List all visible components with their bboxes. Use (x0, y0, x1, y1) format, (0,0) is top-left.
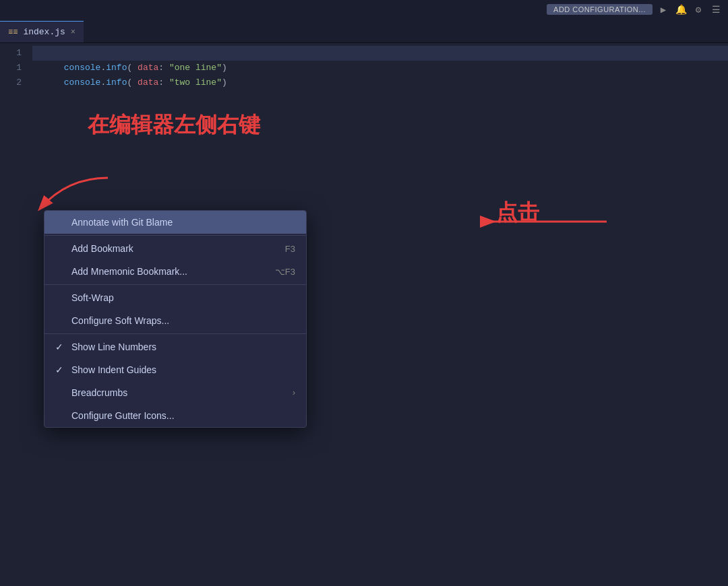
menu-item-annotate-git-blame[interactable]: Annotate with Git Blame (44, 211, 306, 234)
divider-3 (44, 333, 306, 334)
chevron-breadcrumbs-icon: › (293, 388, 295, 397)
label-show-line-numbers: Show Line Numbers (71, 341, 156, 352)
divider-2 (44, 284, 306, 285)
label-annotate-git-blame: Annotate with Git Blame (71, 217, 173, 228)
label-configure-soft-wraps: Configure Soft Wraps... (71, 315, 169, 326)
add-configuration-button[interactable]: ADD CONFIGURATION... (547, 4, 653, 15)
line-number-3: 2 (0, 75, 22, 90)
menu-item-breadcrumbs[interactable]: Breadcrumbs › (44, 381, 306, 404)
menu-icon[interactable]: ☰ (709, 3, 723, 16)
tab-file-icon: ≡≡ (8, 28, 18, 37)
check-show-indent-guides: ✓ (55, 364, 66, 375)
shortcut-add-bookmark: F3 (285, 244, 295, 254)
label-configure-gutter-icons: Configure Gutter Icons... (71, 410, 175, 421)
label-add-bookmark: Add Bookmark (71, 243, 133, 254)
menu-item-show-indent-guides[interactable]: ✓ Show Indent Guides (44, 358, 306, 381)
tab-close-button[interactable]: × (71, 28, 75, 37)
tab-bar: ≡≡ index.js × (0, 19, 728, 43)
line-number-1: 1 (0, 46, 22, 61)
divider-1 (44, 235, 306, 236)
play-icon[interactable]: ▶ (657, 3, 670, 16)
check-configure-soft-wraps (55, 315, 66, 326)
shortcut-mnemonic: ⌥F3 (275, 267, 295, 277)
menu-item-configure-gutter-icons[interactable]: Configure Gutter Icons... (44, 404, 306, 427)
check-show-line-numbers: ✓ (55, 341, 66, 352)
menu-item-add-bookmark[interactable]: Add Bookmark F3 (44, 237, 306, 260)
check-annotate (55, 217, 66, 228)
check-gutter-icons (55, 410, 66, 421)
check-soft-wrap (55, 292, 66, 303)
label-add-mnemonic-bookmark: Add Mnemonic Bookmark... (71, 266, 187, 277)
label-breadcrumbs: Breadcrumbs (71, 387, 127, 398)
line-numbers-gutter: 1 1 2 (0, 43, 27, 586)
menu-item-add-mnemonic-bookmark[interactable]: Add Mnemonic Bookmark... ⌥F3 (44, 260, 306, 283)
tab-index-js[interactable]: ≡≡ index.js × (0, 21, 84, 42)
bell-icon[interactable]: 🔔 (674, 3, 688, 16)
editor-area: 1 1 2 console.info( data: "one line") co… (0, 43, 728, 586)
label-soft-wrap: Soft-Wrap (71, 292, 114, 303)
context-menu: Annotate with Git Blame Add Bookmark F3 … (44, 210, 307, 428)
check-breadcrumbs (55, 387, 66, 398)
label-show-indent-guides: Show Indent Guides (71, 364, 156, 375)
settings-icon[interactable]: ⚙ (692, 3, 705, 16)
check-mnemonic (55, 266, 66, 277)
top-toolbar: ADD CONFIGURATION... ▶ 🔔 ⚙ ☰ (0, 0, 728, 19)
menu-item-configure-soft-wraps[interactable]: Configure Soft Wraps... (44, 309, 306, 332)
tab-filename: index.js (23, 27, 65, 37)
menu-item-show-line-numbers[interactable]: ✓ Show Line Numbers (44, 335, 306, 358)
line-number-2: 1 (0, 61, 22, 75)
menu-item-soft-wrap[interactable]: Soft-Wrap (44, 286, 306, 309)
code-line-1: console.info( data: "one line") (32, 46, 728, 61)
check-add-bookmark (55, 243, 66, 254)
